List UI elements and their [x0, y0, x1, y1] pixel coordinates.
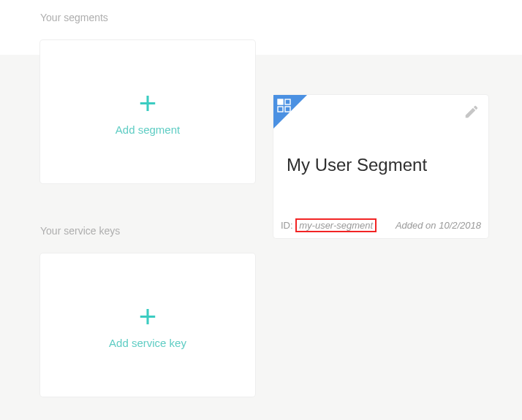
- add-service-key-card[interactable]: + Add service key: [40, 253, 255, 397]
- add-segment-label: Add segment: [116, 123, 180, 136]
- plus-icon: +: [139, 88, 157, 119]
- svg-rect-2: [278, 107, 283, 112]
- add-service-key-label: Add service key: [109, 337, 186, 349]
- service-keys-heading: Your service keys: [40, 225, 120, 237]
- svg-rect-3: [285, 107, 290, 112]
- segment-title: My User Segment: [287, 155, 427, 175]
- segments-heading: Your segments: [40, 12, 108, 23]
- segment-added: Added on 10/2/2018: [396, 220, 481, 231]
- segment-id-value: my-user-segment: [295, 218, 377, 232]
- svg-rect-0: [278, 99, 283, 104]
- grid-icon: [277, 99, 292, 113]
- segment-id-label: ID:: [281, 220, 293, 231]
- plus-icon: +: [139, 302, 157, 332]
- svg-rect-1: [285, 99, 290, 104]
- edit-icon[interactable]: [464, 104, 480, 120]
- add-segment-card[interactable]: + Add segment: [40, 40, 255, 183]
- segment-card[interactable]: My User Segment ID: my-user-segment Adde…: [273, 95, 488, 238]
